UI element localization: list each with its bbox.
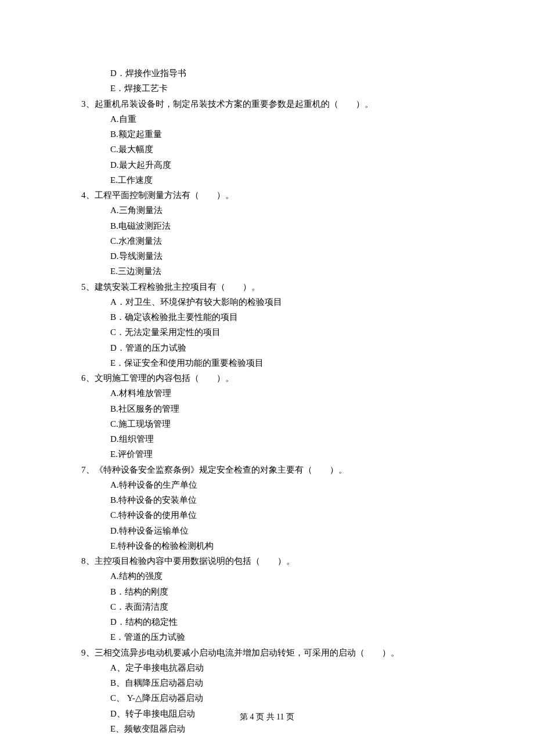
option-item: D.导线测量法 [81, 249, 453, 264]
option-item: C.施工现场管理 [81, 416, 453, 431]
question-stem: 9、三相交流异步电动机要减小启动电流并增加启动转矩，可采用的启动（ ）。 [81, 645, 453, 660]
option-item: B.社区服务的管理 [81, 401, 453, 416]
question-stem: 3、起重机吊装设备时，制定吊装技术方案的重要参数是起重机的（ ）。 [81, 96, 453, 111]
option-item: E．焊接工艺卡 [81, 81, 453, 96]
option-item: E.评价管理 [81, 447, 453, 462]
option-item: C.最大幅度 [81, 142, 453, 157]
option-item: E.工作速度 [81, 172, 453, 188]
option-item: E.特种设备的检验检测机构 [81, 538, 453, 553]
option-item: B.电磁波测距法 [81, 218, 453, 233]
question-stem: 8、主控项目检验内容中要用数据说明的包括（ ）。 [81, 553, 453, 568]
option-item: E．保证安全和使用功能的重要检验项目 [81, 355, 453, 370]
question-stem: 6、文明施工管理的内容包括（ ）。 [81, 370, 453, 386]
option-item: A.结构的强度 [81, 568, 453, 584]
page-content: D．焊接作业指导书 E．焊接工艺卡 3、起重机吊装设备时，制定吊装技术方案的重要… [0, 0, 534, 736]
option-item: C．无法定量采用定性的项目 [81, 325, 453, 340]
option-item: D.特种设备运输单位 [81, 523, 453, 538]
option-item: C．表面清洁度 [81, 599, 453, 614]
option-item: B．结构的刚度 [81, 584, 453, 599]
option-item: E.三边测量法 [81, 264, 453, 279]
option-item: D．管道的压力试验 [81, 340, 453, 355]
option-item: A．对卫生、环境保护有较大影响的检验项目 [81, 294, 453, 309]
option-item: D．结构的稳定性 [81, 614, 453, 629]
page-footer: 第 4 页 共 11 页 [0, 710, 534, 725]
option-item: C.水准测量法 [81, 233, 453, 249]
question-stem: 7、《特种设备安全监察条例》规定安全检查的对象主要有（ ）。 [81, 462, 453, 477]
option-item: D.组织管理 [81, 431, 453, 447]
option-item: B.额定起重量 [81, 127, 453, 142]
option-item: B、自耦降压启动器启动 [81, 675, 453, 690]
option-item: A.自重 [81, 111, 453, 127]
option-item: A、定子串接电抗器启动 [81, 660, 453, 675]
option-item: A.材料堆放管理 [81, 386, 453, 401]
option-item: B．确定该检验批主要性能的项目 [81, 309, 453, 325]
option-item: A.三角测量法 [81, 203, 453, 218]
option-item: E．管道的压力试验 [81, 629, 453, 645]
option-item: D.最大起升高度 [81, 157, 453, 172]
option-item: C、 Y-△降压启动器启动 [81, 690, 453, 705]
option-item: D．焊接作业指导书 [81, 66, 453, 81]
option-item: B.特种设备的安装单位 [81, 492, 453, 507]
question-stem: 4、工程平面控制测量方法有（ ）。 [81, 188, 453, 203]
option-item: C.特种设备的使用单位 [81, 507, 453, 523]
option-item: A.特种设备的生产单位 [81, 477, 453, 492]
question-stem: 5、建筑安装工程检验批主控项目有（ ）。 [81, 279, 453, 294]
